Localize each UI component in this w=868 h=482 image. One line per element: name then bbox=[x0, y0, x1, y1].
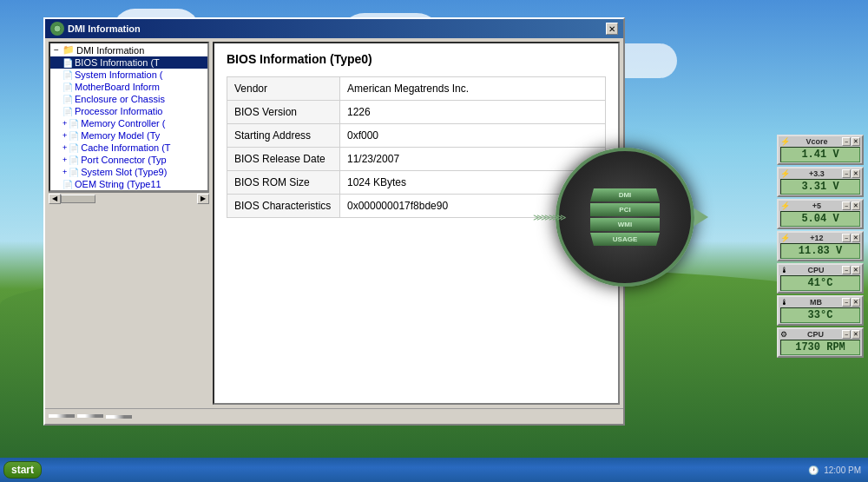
close-button[interactable]: ✕ bbox=[606, 23, 618, 35]
tree-panel[interactable]: − 📁 DMI Information 📄 BIOS Information (… bbox=[49, 42, 209, 192]
v33-close-btn[interactable]: ✕ bbox=[852, 169, 860, 178]
tree-item-memctrl[interactable]: + 📄 Memory Controller ( bbox=[50, 117, 207, 129]
tree-item-label-sysslot: System Slot (Type9) bbox=[81, 167, 167, 177]
panel-vcore-value: 1.41 V bbox=[780, 147, 860, 162]
label-starting-addr: Starting Address bbox=[227, 124, 340, 148]
tree-item-label-bios: BIOS Information (T bbox=[75, 57, 160, 68]
cpu-temp-minimize-btn[interactable]: − bbox=[842, 266, 851, 274]
tree-item-icon-port: 📄 bbox=[69, 155, 79, 165]
table-row-vendor: Vendor American Megatrends Inc. bbox=[227, 77, 606, 101]
tree-item-oem[interactable]: 📄 OEM String (Type11 bbox=[50, 178, 207, 190]
expand-icon-memmodel: + bbox=[62, 131, 67, 140]
nav-dmi-button[interactable]: DMI bbox=[590, 188, 660, 201]
tree-item-processor[interactable]: 📄 Processor Informatio bbox=[50, 105, 207, 117]
nav-buttons-group: DMI PCI WMI USAGE bbox=[590, 188, 660, 246]
cpu-fan-minimize-btn[interactable]: − bbox=[842, 330, 851, 339]
folder-icon: 📁 bbox=[62, 44, 75, 56]
window-title: DMI Information bbox=[68, 23, 141, 34]
tree-item-icon-enc: 📄 bbox=[62, 95, 73, 104]
gauge-widget: ≫≫≫≫ DMI PCI WMI USAGE bbox=[538, 130, 712, 304]
label-bios-version: BIOS Version bbox=[227, 101, 340, 124]
panel-v33-label: +3.3 bbox=[809, 169, 825, 178]
tree-item-icon-memctrl: 📄 bbox=[69, 119, 79, 129]
tree-hscrollbar[interactable]: ◀ ▶ bbox=[49, 192, 209, 204]
v12-close-btn[interactable]: ✕ bbox=[852, 234, 860, 242]
table-row-bios-version: BIOS Version 1226 bbox=[227, 101, 606, 124]
cpu-fan-icon: ⚙ bbox=[780, 330, 787, 339]
right-arrow-icon bbox=[694, 208, 708, 226]
v5-minimize-btn[interactable]: − bbox=[842, 201, 851, 210]
panel-v12-label: +12 bbox=[810, 234, 823, 242]
tree-item-motherboard[interactable]: 📄 MotherBoard Inform bbox=[50, 81, 207, 93]
panel-v33-value: 3.31 V bbox=[780, 179, 860, 195]
taskbar: start 🕐 12:00 PM bbox=[0, 458, 868, 482]
tree-item-system[interactable]: 📄 System Information ( bbox=[50, 69, 207, 81]
tree-item-enclosure[interactable]: 📄 Enclosure or Chassis bbox=[50, 93, 207, 105]
window-icon bbox=[50, 22, 64, 36]
window-body: − 📁 DMI Information 📄 BIOS Information (… bbox=[45, 38, 623, 408]
value-vendor: American Megatrends Inc. bbox=[340, 77, 606, 101]
v33-icon: ⚡ bbox=[780, 169, 790, 178]
title-bar-left: DMI Information bbox=[50, 22, 141, 36]
monitor-panels-container: ⚡ Vcore − ✕ 1.41 V ⚡ +3.3 − ✕ 3.31 V ⚡ +… bbox=[777, 135, 864, 358]
resize-grip bbox=[49, 414, 132, 419]
gauge-circle: ≫≫≫≫ DMI PCI WMI USAGE bbox=[556, 148, 694, 287]
tree-item-icon-system: 📄 bbox=[62, 70, 73, 80]
tree-item-port[interactable]: + 📄 Port Connector (Typ bbox=[50, 154, 207, 166]
tree-item-label-enc: Enclosure or Chassis bbox=[75, 94, 165, 104]
panel-v12-controls: − ✕ bbox=[842, 234, 860, 242]
tree-item-icon-bios: 📄 bbox=[62, 58, 73, 68]
vcore-minimize-btn[interactable]: − bbox=[842, 137, 851, 146]
tree-root[interactable]: − 📁 DMI Information bbox=[50, 43, 207, 56]
title-bar: DMI Information ✕ bbox=[45, 19, 623, 38]
panel-cpu-fan-controls: − ✕ bbox=[842, 330, 860, 339]
panel-mb-temp-controls: − ✕ bbox=[842, 298, 860, 307]
panel-mb-temp: 🌡 MB − ✕ 33°C bbox=[777, 295, 864, 326]
v33-minimize-btn[interactable]: − bbox=[842, 169, 851, 178]
mb-temp-icon: 🌡 bbox=[780, 298, 788, 307]
tree-item-label-system: System Information ( bbox=[75, 69, 162, 80]
nav-wmi-button[interactable]: WMI bbox=[590, 218, 660, 231]
panel-mb-temp-header: 🌡 MB − ✕ bbox=[780, 298, 860, 307]
window-bottom-bar bbox=[45, 408, 623, 424]
panel-cpu-temp-label: CPU bbox=[807, 266, 824, 274]
panel-v5-controls: − ✕ bbox=[842, 201, 860, 210]
value-bios-version: 1226 bbox=[340, 101, 606, 124]
v5-close-btn[interactable]: ✕ bbox=[852, 201, 860, 210]
tree-item-sysslot[interactable]: + 📄 System Slot (Type9) bbox=[50, 166, 207, 178]
nav-usage-button[interactable]: USAGE bbox=[590, 233, 660, 246]
tree-item-cache[interactable]: + 📄 Cache Information (T bbox=[50, 142, 207, 154]
nav-pci-button[interactable]: PCI bbox=[590, 203, 660, 216]
start-button[interactable]: start bbox=[3, 461, 42, 479]
expand-icon-sysslot: + bbox=[62, 168, 67, 176]
left-arrows-icon: ≫≫≫≫ bbox=[533, 212, 564, 223]
tree-item-label-cache: Cache Information (T bbox=[81, 142, 170, 153]
tree-item-label-port: Port Connector (Typ bbox=[81, 155, 166, 165]
cpu-temp-icon: 🌡 bbox=[780, 266, 788, 274]
tree-item-label-memctrl: Memory Controller ( bbox=[81, 118, 165, 129]
hscroll-thumb[interactable] bbox=[61, 195, 95, 203]
hscroll-left-btn[interactable]: ◀ bbox=[49, 194, 61, 204]
tree-item-bios[interactable]: 📄 BIOS Information (T bbox=[50, 56, 207, 69]
panel-v33: ⚡ +3.3 − ✕ 3.31 V bbox=[777, 167, 864, 197]
panel-v5-value: 5.04 V bbox=[780, 211, 860, 227]
tree-item-label-proc: Processor Informatio bbox=[75, 106, 162, 116]
v12-icon: ⚡ bbox=[780, 234, 790, 242]
hscroll-right-btn[interactable]: ▶ bbox=[197, 194, 209, 204]
vcore-close-btn[interactable]: ✕ bbox=[852, 137, 860, 146]
cpu-fan-close-btn[interactable]: ✕ bbox=[852, 330, 860, 339]
cpu-temp-close-btn[interactable]: ✕ bbox=[852, 266, 860, 274]
tree-item-icon-sysslot: 📄 bbox=[69, 168, 79, 177]
v12-minimize-btn[interactable]: − bbox=[842, 234, 851, 242]
svg-point-0 bbox=[54, 25, 61, 32]
panel-mb-temp-label: MB bbox=[810, 298, 822, 307]
hscroll-track[interactable] bbox=[61, 195, 197, 203]
mb-temp-close-btn[interactable]: ✕ bbox=[852, 298, 860, 307]
panel-vcore-label: Vcore bbox=[806, 137, 827, 146]
panel-v12-value: 11.83 V bbox=[780, 243, 860, 259]
mb-temp-minimize-btn[interactable]: − bbox=[842, 298, 851, 307]
panel-v33-header: ⚡ +3.3 − ✕ bbox=[780, 169, 860, 178]
tree-item-memmodel[interactable]: + 📄 Memory Model (Ty bbox=[50, 129, 207, 142]
panel-v5: ⚡ +5 − ✕ 5.04 V bbox=[777, 199, 864, 229]
panel-cpu-fan-value: 1730 RPM bbox=[780, 340, 860, 355]
